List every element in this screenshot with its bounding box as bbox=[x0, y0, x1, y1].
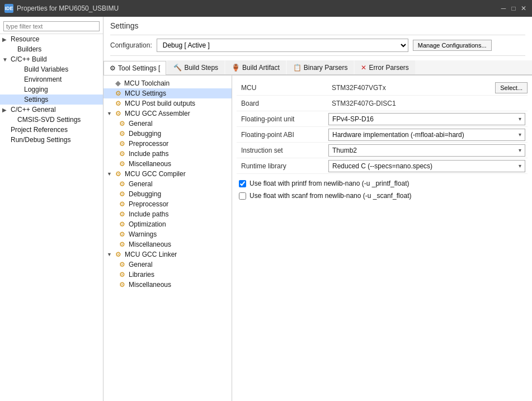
node-mcu-gcc-assembler[interactable]: ▼ ⚙ MCU GCC Assembler bbox=[103, 108, 232, 119]
prop-row-fp-abi: Floating-point ABI Hardware implementati… bbox=[237, 127, 528, 143]
preprocessor-icon: ⚙ bbox=[119, 200, 125, 208]
prop-mcu-label: MCU bbox=[237, 82, 326, 94]
mcu-select-button[interactable]: Select... bbox=[495, 82, 528, 93]
tab-tool-settings[interactable]: ⚙ Tool Settings [ bbox=[103, 61, 166, 75]
checkbox-scanf-row[interactable]: Use float with scanf from newlib-nano (-… bbox=[237, 190, 528, 202]
minimize-button[interactable]: ─ bbox=[500, 4, 507, 12]
node-label: Preprocessor bbox=[129, 140, 168, 148]
sidebar-item-settings[interactable]: Settings bbox=[0, 95, 103, 105]
close-button[interactable]: ✕ bbox=[520, 4, 528, 12]
expand-icon: ▶ bbox=[2, 107, 9, 113]
sidebar-item-label: Environment bbox=[24, 76, 62, 83]
node-mcu-settings[interactable]: ⚙ MCU Settings bbox=[103, 88, 232, 98]
node-compiler-misc[interactable]: ⚙ Miscellaneous bbox=[103, 239, 232, 249]
node-label: Miscellaneous bbox=[129, 160, 171, 168]
build-artifact-icon: 🏺 bbox=[232, 64, 240, 72]
node-compiler-general[interactable]: ⚙ General bbox=[103, 179, 232, 189]
filter-input[interactable] bbox=[3, 21, 100, 31]
node-linker-libraries[interactable]: ⚙ Libraries bbox=[103, 270, 232, 280]
node-compiler-warnings[interactable]: ⚙ Warnings bbox=[103, 229, 232, 239]
node-label: Warnings bbox=[129, 230, 157, 238]
tab-build-steps[interactable]: 🔨 Build Steps bbox=[167, 60, 224, 74]
fp-abi-dropdown-text: Hardware implementation (-mfloat-abi=har… bbox=[332, 131, 464, 139]
compiler-icon: ⚙ bbox=[115, 170, 121, 178]
mcu-value-text: STM32F407VGTx bbox=[328, 82, 389, 93]
instruction-dropdown[interactable]: Thumb2 ▾ bbox=[328, 144, 525, 157]
config-label: Configuration: bbox=[110, 41, 152, 49]
prop-fp-abi-value: Hardware implementation (-mfloat-abi=har… bbox=[326, 128, 528, 142]
runtime-dropdown-text: Reduced C (--specs=nano.specs) bbox=[332, 162, 432, 170]
sidebar-item-project-references[interactable]: Project References bbox=[0, 125, 103, 135]
node-label: Include paths bbox=[129, 150, 168, 158]
expand-chevron: ▼ bbox=[107, 171, 114, 177]
node-label: General bbox=[129, 120, 153, 128]
sidebar-item-environment[interactable]: Environment bbox=[0, 74, 103, 84]
expand-icon: ▼ bbox=[2, 56, 9, 63]
tab-label: Build Artifact bbox=[242, 64, 280, 72]
prop-instruction-value: Thumb2 ▾ bbox=[326, 143, 528, 158]
node-label: MCU GCC Compiler bbox=[125, 170, 186, 178]
checkbox-scanf[interactable] bbox=[239, 192, 246, 200]
sidebar-item-builders[interactable]: Builders bbox=[0, 44, 103, 54]
prop-fp-abi-label: Floating-point ABI bbox=[237, 129, 326, 141]
node-assembler-preprocessor[interactable]: ⚙ Preprocessor bbox=[103, 139, 232, 149]
node-label: Miscellaneous bbox=[129, 240, 171, 248]
sidebar-item-run-debug[interactable]: Run/Debug Settings bbox=[0, 135, 103, 145]
sidebar-item-cpp-general[interactable]: ▶ C/C++ General bbox=[0, 105, 103, 115]
diamond-icon: ◆ bbox=[115, 79, 121, 87]
node-linker-misc[interactable]: ⚙ Miscellaneous bbox=[103, 280, 232, 290]
filter-box bbox=[0, 19, 103, 34]
sidebar-item-logging[interactable]: Logging bbox=[0, 84, 103, 95]
sidebar-item-cmsis-svd[interactable]: CMSIS-SVD Settings bbox=[0, 115, 103, 125]
node-mcu-toolchain[interactable]: ◆ MCU Toolchain bbox=[103, 78, 232, 88]
expand-chevron: ▼ bbox=[107, 252, 114, 257]
general-icon: ⚙ bbox=[119, 180, 125, 188]
checkbox-printf-row[interactable]: Use float with printf from newlib-nano (… bbox=[237, 177, 528, 190]
node-assembler-misc[interactable]: ⚙ Miscellaneous bbox=[103, 159, 232, 169]
sidebar-item-cpp-build[interactable]: ▼ C/C++ Build bbox=[0, 54, 103, 64]
instruction-dropdown-text: Thumb2 bbox=[332, 147, 357, 154]
warnings-icon: ⚙ bbox=[119, 230, 125, 238]
sidebar-item-label: Project References bbox=[11, 126, 68, 134]
window-controls: ─ □ ✕ bbox=[500, 4, 528, 12]
maximize-button[interactable]: □ bbox=[510, 4, 517, 12]
prop-runtime-label: Runtime library bbox=[237, 160, 326, 172]
fp-abi-dropdown[interactable]: Hardware implementation (-mfloat-abi=har… bbox=[328, 129, 525, 141]
node-compiler-preprocessor[interactable]: ⚙ Preprocessor bbox=[103, 199, 232, 209]
node-assembler-general[interactable]: ⚙ General bbox=[103, 119, 232, 129]
tab-label: Binary Parsers bbox=[304, 64, 348, 72]
window-title: Properties for MPU6050_USBIMU bbox=[17, 4, 119, 12]
node-assembler-debugging[interactable]: ⚙ Debugging bbox=[103, 129, 232, 139]
runtime-dropdown[interactable]: Reduced C (--specs=nano.specs) ▾ bbox=[328, 160, 525, 172]
binary-parsers-icon: 📋 bbox=[293, 64, 302, 72]
tab-build-artifact[interactable]: 🏺 Build Artifact bbox=[225, 60, 286, 74]
misc-icon: ⚙ bbox=[119, 160, 125, 168]
libraries-icon: ⚙ bbox=[119, 271, 125, 279]
sidebar-item-label: Build Variables bbox=[24, 65, 68, 73]
sidebar-item-resource[interactable]: ▶ Resource bbox=[0, 34, 103, 44]
node-compiler-optimization[interactable]: ⚙ Optimization bbox=[103, 219, 232, 229]
checkboxes-section: Use float with printf from newlib-nano (… bbox=[237, 177, 528, 202]
config-dropdown[interactable]: Debug [ Active ] bbox=[157, 39, 408, 52]
node-mcu-gcc-compiler[interactable]: ▼ ⚙ MCU GCC Compiler bbox=[103, 169, 232, 179]
node-assembler-include[interactable]: ⚙ Include paths bbox=[103, 149, 232, 159]
board-value-text: STM32F407G-DISC1 bbox=[328, 98, 399, 109]
checkbox-printf[interactable] bbox=[239, 180, 246, 187]
node-label: Debugging bbox=[129, 130, 161, 138]
fp-unit-dropdown[interactable]: FPv4-SP-D16 ▾ bbox=[328, 113, 525, 125]
tab-error-parsers[interactable]: ✕ Error Parsers bbox=[355, 60, 415, 74]
node-mcu-gcc-linker[interactable]: ▼ ⚙ MCU GCC Linker bbox=[103, 249, 232, 260]
title-bar: IDE Properties for MPU6050_USBIMU ─ □ ✕ bbox=[0, 0, 532, 17]
sidebar-item-label: Builders bbox=[17, 45, 41, 53]
sidebar-item-build-variables[interactable]: Build Variables bbox=[0, 64, 103, 74]
node-compiler-debugging[interactable]: ⚙ Debugging bbox=[103, 189, 232, 199]
node-mcu-post-build[interactable]: ⚙ MCU Post build outputs bbox=[103, 98, 232, 108]
include-icon: ⚙ bbox=[119, 210, 125, 218]
properties-panel: MCU STM32F407VGTx Select... Board STM32F… bbox=[232, 76, 532, 401]
sidebar-item-label: C/C++ General bbox=[11, 106, 56, 114]
manage-configurations-button[interactable]: Manage Configurations... bbox=[413, 40, 492, 51]
node-compiler-include[interactable]: ⚙ Include paths bbox=[103, 209, 232, 219]
tab-binary-parsers[interactable]: 📋 Binary Parsers bbox=[287, 60, 354, 74]
node-label: Miscellaneous bbox=[129, 281, 171, 289]
node-linker-general[interactable]: ⚙ General bbox=[103, 260, 232, 270]
